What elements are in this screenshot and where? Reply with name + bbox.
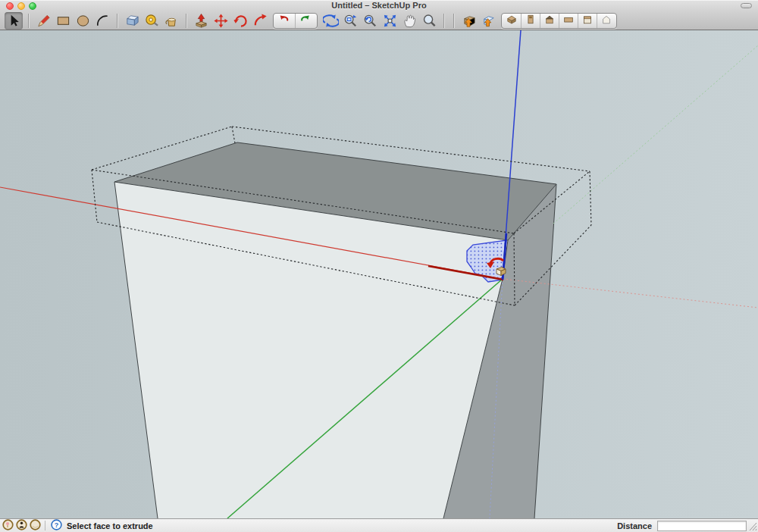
toolbar-separator	[28, 14, 29, 28]
help-button[interactable]: ?	[51, 519, 62, 532]
distance-label: Distance	[617, 521, 652, 530]
zoom-tool-button[interactable]	[420, 12, 438, 30]
get-models-icon	[461, 13, 477, 29]
tape-measure-tool-button[interactable]	[143, 12, 161, 30]
zoom-extents-icon	[382, 13, 398, 29]
iso-view-button[interactable]	[503, 14, 521, 28]
toolbar-separator	[186, 14, 186, 28]
paint-bucket-icon	[164, 13, 180, 29]
left-view-icon	[600, 14, 612, 28]
make-component-icon	[124, 13, 140, 29]
back-view-button[interactable]	[578, 14, 597, 28]
zoom-window-icon	[343, 13, 359, 29]
redo-button[interactable]	[295, 14, 316, 28]
follow-me-icon	[252, 13, 268, 29]
pan-icon	[402, 13, 418, 29]
select-icon	[6, 13, 22, 29]
zoom-extents-tool-button[interactable]	[381, 12, 399, 30]
resize-grip[interactable]	[748, 521, 757, 531]
select-tool-button[interactable]	[5, 12, 23, 30]
undo-redo-group	[273, 13, 318, 29]
push-pull-icon	[193, 13, 209, 29]
toolbar	[0, 11, 758, 30]
title-bar[interactable]: Untitled – SketchUp Pro	[0, 0, 758, 11]
model-status-icon[interactable]	[30, 519, 41, 532]
front-view-icon	[543, 14, 556, 28]
share-model-tool-button[interactable]	[479, 12, 497, 30]
left-view-button[interactable]	[597, 14, 615, 28]
sketchup-window: Untitled – SketchUp Pro ?	[0, 0, 758, 532]
top-view-button[interactable]	[559, 14, 578, 28]
top-view-icon	[562, 14, 575, 28]
credit-status-icon[interactable]	[16, 519, 27, 532]
rectangle-tool-button[interactable]	[54, 12, 72, 30]
model-viewport[interactable]	[0, 30, 758, 518]
move-tool-button[interactable]	[211, 12, 230, 30]
circle-icon	[75, 13, 91, 29]
geolocation-status-icon[interactable]	[2, 519, 14, 532]
line-icon	[36, 13, 52, 29]
paint-bucket-tool-button[interactable]	[162, 12, 180, 30]
svg-text:?: ?	[55, 521, 59, 529]
iso-view-icon	[506, 14, 518, 28]
orbit-tool-button[interactable]	[321, 12, 340, 30]
toolbar-separator	[443, 14, 444, 28]
previous-view-icon	[362, 13, 378, 29]
front-view-button[interactable]	[540, 14, 559, 28]
arc-icon	[95, 13, 111, 29]
right-view-button[interactable]	[521, 14, 540, 28]
orbit-icon	[323, 13, 339, 29]
zoom-window-tool-button[interactable]	[341, 12, 359, 30]
get-models-tool-button[interactable]	[459, 12, 478, 30]
redo-icon	[299, 13, 313, 29]
right-view-icon	[525, 14, 537, 28]
circle-tool-button[interactable]	[74, 12, 92, 30]
status-bar: ? Select face to extrude Distance	[0, 518, 758, 532]
column-front-face[interactable]	[114, 182, 508, 518]
move-icon	[213, 13, 229, 29]
make-component-tool-button[interactable]	[123, 12, 141, 30]
toolbar-toggle-lozenge[interactable]	[741, 3, 752, 8]
status-message: Select face to extrude	[67, 521, 153, 530]
rotate-tool-button[interactable]	[231, 12, 249, 30]
statusbar-divider	[45, 521, 45, 530]
previous-view-tool-button[interactable]	[361, 12, 379, 30]
undo-icon	[277, 13, 292, 29]
toolbar-separator	[117, 14, 117, 28]
push-pull-tool-button[interactable]	[192, 12, 210, 30]
undo-button[interactable]	[274, 14, 295, 28]
follow-me-tool-button[interactable]	[251, 12, 269, 30]
window-header: Untitled – SketchUp Pro	[0, 0, 758, 30]
toolbar-separator	[453, 14, 454, 28]
rotate-icon	[233, 13, 249, 29]
standard-views-group	[501, 13, 617, 29]
tape-measure-icon	[144, 13, 160, 29]
pan-tool-button[interactable]	[400, 12, 418, 30]
distance-input[interactable]	[657, 521, 747, 531]
line-tool-button[interactable]	[34, 12, 52, 30]
window-title: Untitled – SketchUp Pro	[0, 1, 758, 10]
zoom-icon	[421, 13, 437, 29]
back-view-icon	[581, 14, 594, 28]
share-model-icon	[481, 13, 496, 29]
arc-tool-button[interactable]	[93, 12, 111, 30]
rectangle-icon	[55, 13, 71, 29]
